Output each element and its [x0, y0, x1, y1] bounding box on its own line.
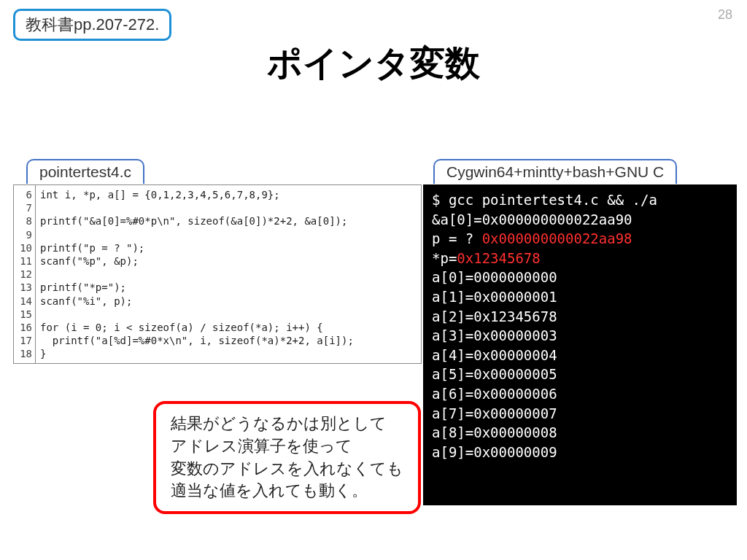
terminal-line: a[5]=0x00000005 [432, 365, 728, 384]
code-gutter: 6 7 8 9 10 11 12 13 14 15 16 17 18 [14, 185, 36, 363]
terminal-output: $ gcc pointertest4.c && ./a&a[0]=0x00000… [423, 184, 737, 505]
code-listing: 6 7 8 9 10 11 12 13 14 15 16 17 18 int i… [13, 184, 422, 364]
slide-title: ポインタ変数 [0, 40, 747, 87]
code-body: int i, *p, a[] = {0,1,2,3,4,5,6,7,8,9}; … [36, 185, 421, 363]
terminal-line: p = ? 0x000000000022aa98 [432, 229, 728, 249]
terminal-line: a[6]=0x00000006 [432, 384, 728, 404]
terminal-line: a[0]=0000000000 [432, 268, 728, 287]
terminal-line: a[3]=0x00000003 [432, 326, 728, 346]
terminal-line: a[1]=0x00000001 [432, 287, 728, 307]
terminal-line: a[2]=0x12345678 [432, 307, 728, 327]
callout-line: 変数のアドレスを入れなくても [171, 458, 403, 481]
callout-line: 結果がどうなるかは別として [171, 413, 403, 435]
code-tab-label: pointertest4.c [26, 159, 144, 184]
textbook-reference: 教科書pp.207-272. [13, 9, 171, 41]
terminal-tab-label: Cygwin64+mintty+bash+GNU C [433, 159, 677, 184]
callout-box: 結果がどうなるかは別として アドレス演算子を使って 変数のアドレスを入れなくても… [153, 401, 421, 514]
terminal-line: &a[0]=0x000000000022aa90 [432, 210, 728, 230]
terminal-line: *p=0x12345678 [432, 249, 728, 268]
terminal-line: a[8]=0x00000008 [432, 423, 728, 443]
page-number: 28 [718, 7, 732, 23]
terminal-line: a[7]=0x00000007 [432, 404, 728, 424]
terminal-line: a[9]=0x00000009 [432, 443, 728, 462]
terminal-line: a[4]=0x00000004 [432, 346, 728, 365]
terminal-line: $ gcc pointertest4.c && ./a [432, 190, 728, 210]
callout-line: アドレス演算子を使って [171, 435, 403, 458]
callout-line: 適当な値を入れても動く。 [171, 480, 403, 502]
